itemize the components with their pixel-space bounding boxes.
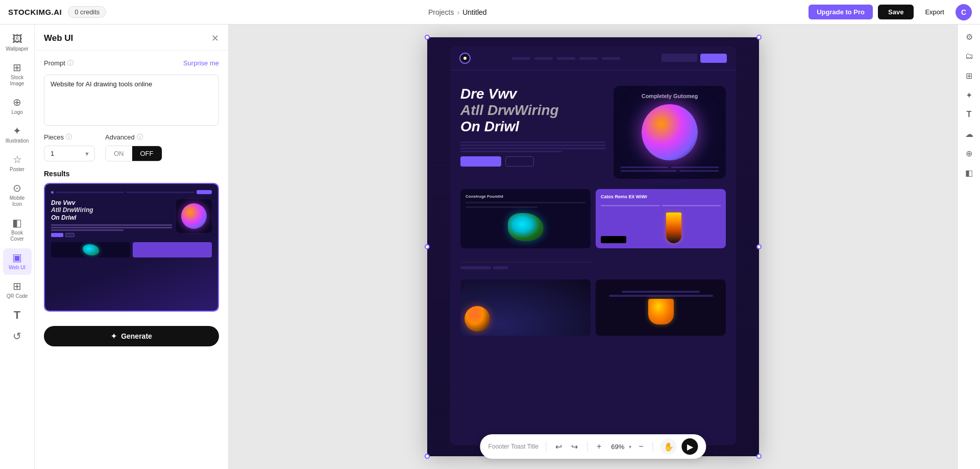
canvas-left-empty	[229, 25, 427, 469]
mobile-icon-icon: ⊙	[13, 183, 21, 193]
toggle-on-button[interactable]: ON	[106, 146, 132, 161]
lw-turtle-graphic	[508, 213, 544, 241]
projects-link[interactable]: Projects	[428, 8, 454, 16]
export-button[interactable]: Export	[919, 5, 950, 19]
main-layout: 🖼 Wallpaper ⊞ Stock Image ⊕ Logo ✦ Illus…	[0, 25, 980, 469]
resize-handle-tr[interactable]	[756, 35, 762, 40]
sidebar-item-label: Logo	[11, 109, 22, 115]
breadcrumb: Projects › Untitled	[428, 8, 487, 16]
generate-star-icon: ✦	[111, 332, 117, 340]
web-ui-icon: ▣	[12, 252, 22, 263]
canvas-preview[interactable]: Dre Vwv Atll DrwWiring On Driwl	[427, 37, 759, 456]
prompt-info-icon[interactable]: ⓘ	[67, 59, 74, 67]
sidebar-item-label: Poster	[10, 167, 24, 173]
pieces-info-icon[interactable]: ⓘ	[66, 133, 72, 142]
logo-icon: ⊕	[13, 97, 21, 107]
prompt-label: Prompt ⓘ	[44, 59, 74, 67]
results-section: Results Dre Vwv	[35, 170, 228, 320]
sidebar-item-poster[interactable]: ☆ Poster	[3, 150, 32, 177]
sidebar-item-web-ui[interactable]: ▣ Web UI	[3, 248, 32, 275]
sidebar-item-mobile-icon[interactable]: ⊙ Mobile Icon	[3, 179, 32, 212]
left-sidebar: 🖼 Wallpaper ⊞ Stock Image ⊕ Logo ✦ Illus…	[0, 25, 35, 469]
zoom-dropdown-arrow[interactable]: ▾	[629, 444, 631, 450]
layers-button[interactable]: ◧	[961, 165, 977, 181]
toolbar-separator-2	[587, 441, 587, 452]
pieces-label: Pieces ⓘ	[44, 133, 95, 142]
sidebar-item-label: Illustration	[6, 138, 29, 144]
sidebar-item-stock-image[interactable]: ⊞ Stock Image	[3, 58, 32, 91]
text-icon: T	[14, 310, 20, 321]
canvas-toolbar: Foooter Toast Title ↩ ↪ + 69% ▾ − ✋ ▶	[480, 434, 706, 459]
toolbar-separator	[546, 441, 546, 452]
resize-handle-br[interactable]	[756, 454, 762, 459]
history-icon: ↺	[13, 331, 21, 341]
poster-icon: ☆	[13, 154, 22, 165]
illustration-icon: ✦	[13, 126, 21, 136]
wallpaper-icon: 🖼	[12, 34, 22, 44]
pan-tool-button[interactable]: ✋	[660, 438, 677, 455]
panel-title: Web UI	[44, 33, 73, 43]
surprise-me-link[interactable]: Surprise me	[183, 59, 219, 67]
sidebar-item-history[interactable]: ↺	[3, 327, 32, 345]
play-button[interactable]: ▶	[682, 438, 698, 455]
resize-handle-mr[interactable]	[756, 244, 762, 249]
sidebar-item-qr-code[interactable]: ⊞ QR Code	[3, 277, 32, 303]
nav-left: STOCKIMG.AI 0 credits	[8, 6, 106, 18]
advanced-toggle: ON OFF	[105, 146, 162, 161]
sidebar-item-label: Mobile Icon	[5, 195, 30, 207]
zoom-in-button[interactable]: +	[595, 441, 603, 452]
sidebar-item-wallpaper[interactable]: 🖼 Wallpaper	[3, 30, 32, 56]
avatar[interactable]: C	[955, 4, 972, 20]
zoom-out-button[interactable]: −	[636, 441, 645, 452]
toolbar-separator-3	[653, 441, 653, 452]
text-tool-button[interactable]: T	[961, 106, 977, 123]
panel: Web UI ✕ Prompt ⓘ Surprise me Website fo…	[35, 25, 229, 469]
add-button[interactable]: ⊕	[961, 145, 977, 161]
result-image: Dre Vwv Atll DrwWiring On Driwl	[45, 184, 218, 311]
lw-card-1: Construge Foumtid	[460, 189, 591, 248]
prompt-textarea[interactable]: Website for AI drawing tools online	[44, 75, 219, 126]
redo-button[interactable]: ↪	[569, 441, 580, 453]
advanced-info-icon[interactable]: ⓘ	[137, 133, 143, 142]
pieces-select[interactable]: 1 2 3 4	[44, 146, 95, 161]
sidebar-item-book-cover[interactable]: ◧ Book Cover	[3, 214, 32, 246]
nav-right: Upgrade to Pro Save Export C	[808, 4, 972, 20]
current-page-label: Untitled	[462, 8, 486, 16]
canvas-wrapper: Dre Vwv Atll DrwWiring On Driwl	[427, 37, 759, 456]
website-mockup: Dre Vwv Atll DrwWiring On Driwl	[450, 46, 736, 445]
app-logo: STOCKIMG.AI	[8, 8, 62, 16]
result-thumbnail[interactable]: Dre Vwv Atll DrwWiring On Driwl	[44, 183, 219, 312]
sidebar-item-text[interactable]: T	[3, 306, 32, 325]
save-button[interactable]: Save	[878, 5, 914, 19]
generate-button[interactable]: ✦ Generate	[44, 326, 219, 346]
pieces-select-wrapper: 1 2 3 4 ▼	[44, 146, 95, 161]
sidebar-item-logo[interactable]: ⊕ Logo	[3, 93, 32, 120]
lw-feature-card: Completely Gutomeg	[614, 86, 726, 179]
folder-button[interactable]: 🗂	[961, 48, 977, 64]
lw-knife-graphic	[666, 213, 681, 243]
settings-button[interactable]: ⚙	[961, 29, 977, 45]
resize-handle-ml[interactable]	[425, 244, 430, 249]
toolbar-page-label: Foooter Toast Title	[488, 443, 538, 450]
lw-3d-graphic	[642, 104, 698, 160]
mini-buttons	[51, 233, 172, 237]
upgrade-button[interactable]: Upgrade to Pro	[808, 5, 873, 19]
undo-button[interactable]: ↩	[553, 441, 564, 453]
shapes-button[interactable]: ✦	[961, 87, 977, 103]
cloud-button[interactable]: ☁	[961, 126, 977, 142]
toggle-off-button[interactable]: OFF	[132, 146, 162, 161]
controls-row: Pieces ⓘ 1 2 3 4 ▼ A	[44, 133, 219, 161]
resize-handle-tl[interactable]	[425, 35, 430, 40]
zoom-control: 69% ▾	[608, 443, 631, 451]
panel-close-button[interactable]: ✕	[211, 33, 219, 44]
sidebar-item-label: Book Cover	[5, 230, 30, 242]
credits-button[interactable]: 0 credits	[68, 6, 106, 18]
resize-handle-bl[interactable]	[425, 454, 430, 459]
grid-button[interactable]: ⊞	[961, 67, 977, 84]
zoom-value[interactable]: 69%	[608, 443, 627, 451]
lw-hero-buttons	[460, 156, 605, 167]
sidebar-item-illustration[interactable]: ✦ Illustration	[3, 122, 32, 148]
lw-card-2: Catos Rems Eit WiWr	[596, 189, 726, 248]
panel-header: Web UI ✕	[35, 25, 228, 51]
sidebar-item-label: Wallpaper	[6, 46, 29, 52]
